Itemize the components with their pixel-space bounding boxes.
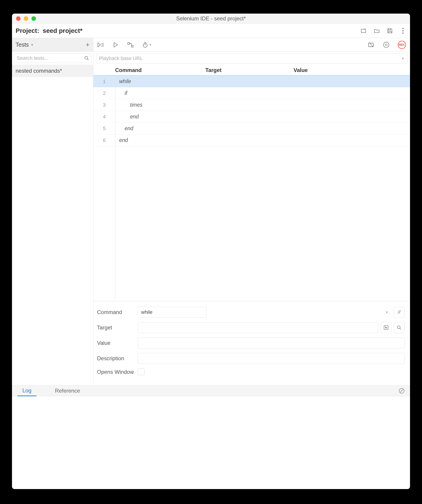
- opens-window-label: Opens Window: [97, 368, 138, 375]
- description-input[interactable]: [138, 353, 404, 364]
- chevron-down-icon: ▼: [385, 310, 388, 314]
- base-url-dropdown-icon[interactable]: ▼: [401, 57, 404, 60]
- search-icon: [84, 56, 89, 61]
- row-command: while: [115, 78, 131, 84]
- disable-breakpoints-icon[interactable]: [368, 42, 375, 48]
- command-rows: 1while2if3times4end5end6end: [94, 76, 410, 301]
- tests-dropdown[interactable]: Tests ▼ +: [12, 38, 93, 52]
- svg-line-19: [400, 389, 403, 392]
- step-over-icon[interactable]: [127, 42, 134, 48]
- row-number: 1: [94, 78, 115, 84]
- save-project-icon[interactable]: [387, 27, 393, 34]
- close-window-button[interactable]: [16, 16, 21, 21]
- value-label: Value: [97, 340, 138, 346]
- content-area: Tests ▼ + nested commands*: [12, 38, 410, 385]
- pause-icon[interactable]: [383, 42, 390, 48]
- command-row[interactable]: 6end: [94, 134, 410, 146]
- svg-point-3: [85, 56, 88, 59]
- main-panel: ▼ REC ▼: [94, 38, 410, 385]
- command-table-header: Command Target Value: [94, 65, 410, 76]
- app-window: Selenium IDE - seed project* Project: se…: [12, 14, 410, 489]
- project-name[interactable]: Project: seed project*: [16, 27, 82, 34]
- svg-point-17: [397, 326, 400, 329]
- row-command: end: [115, 126, 133, 132]
- command-row[interactable]: 3times: [94, 99, 410, 111]
- project-bar: Project: seed project*: [12, 24, 410, 38]
- traffic-lights: [12, 16, 36, 21]
- tests-label: Tests: [16, 42, 29, 48]
- svg-marker-4: [98, 42, 100, 47]
- find-target-button[interactable]: [394, 322, 404, 333]
- opens-window-checkbox[interactable]: [138, 368, 145, 375]
- log-panel: [12, 396, 410, 489]
- url-bar: ▼: [94, 52, 410, 65]
- value-input[interactable]: [138, 338, 404, 348]
- titlebar: Selenium IDE - seed project*: [12, 14, 410, 24]
- minimize-window-button[interactable]: [24, 16, 28, 21]
- row-command: if: [115, 90, 127, 96]
- speed-menu-icon[interactable]: ▼: [142, 42, 152, 48]
- command-row[interactable]: 5end: [94, 123, 410, 134]
- row-command: times: [115, 102, 142, 108]
- playback-toolbar: ▼ REC: [94, 38, 410, 52]
- run-current-test-icon[interactable]: [112, 42, 119, 48]
- row-number: 5: [94, 126, 115, 132]
- command-editor: Command ▼ // Target: [94, 301, 410, 385]
- command-label: Command: [97, 309, 138, 315]
- row-command: end: [115, 137, 128, 143]
- base-url-input[interactable]: [99, 55, 399, 61]
- row-number: 6: [94, 138, 115, 143]
- svg-point-1: [403, 30, 404, 31]
- target-label: Target: [97, 324, 138, 331]
- toggle-comment-button[interactable]: //: [394, 307, 404, 318]
- record-button[interactable]: REC: [398, 41, 406, 49]
- row-number: 2: [94, 90, 115, 96]
- maximize-window-button[interactable]: [31, 16, 36, 21]
- search-tests-wrap: [12, 52, 93, 65]
- svg-rect-9: [128, 42, 129, 44]
- sidebar: Tests ▼ + nested commands*: [12, 38, 94, 385]
- add-test-button[interactable]: +: [86, 42, 90, 48]
- command-row[interactable]: 4end: [94, 111, 410, 123]
- log-tabs: LogReference: [12, 385, 410, 396]
- command-select[interactable]: [138, 307, 207, 318]
- test-item[interactable]: nested commands*: [12, 65, 93, 77]
- row-number: 3: [94, 102, 115, 108]
- svg-point-13: [384, 42, 389, 48]
- command-row[interactable]: 1while: [94, 76, 410, 87]
- row-command: end: [115, 114, 139, 120]
- test-list: nested commands*: [12, 65, 93, 385]
- new-project-icon[interactable]: [360, 27, 367, 34]
- tab-reference[interactable]: Reference: [50, 386, 85, 396]
- run-all-tests-icon[interactable]: [98, 42, 104, 48]
- svg-point-0: [403, 28, 404, 29]
- clear-log-icon[interactable]: [399, 388, 404, 394]
- more-menu-icon[interactable]: [400, 27, 406, 34]
- window-title: Selenium IDE - seed project*: [12, 15, 410, 22]
- row-number: 4: [94, 114, 115, 120]
- tab-log[interactable]: Log: [18, 386, 36, 396]
- svg-rect-10: [131, 45, 133, 47]
- svg-rect-16: [384, 326, 388, 330]
- svg-point-2: [403, 32, 404, 34]
- svg-marker-8: [114, 42, 117, 47]
- header-value: Value: [289, 67, 410, 73]
- header-command: Command: [115, 67, 201, 73]
- open-project-icon[interactable]: [373, 27, 380, 34]
- chevron-down-icon: ▼: [30, 43, 34, 47]
- header-target: Target: [201, 67, 289, 73]
- select-target-in-page-button[interactable]: [381, 322, 392, 333]
- description-label: Description: [97, 355, 138, 362]
- search-tests-input[interactable]: [14, 54, 91, 63]
- target-input[interactable]: [138, 322, 378, 333]
- command-row[interactable]: 2if: [94, 87, 410, 99]
